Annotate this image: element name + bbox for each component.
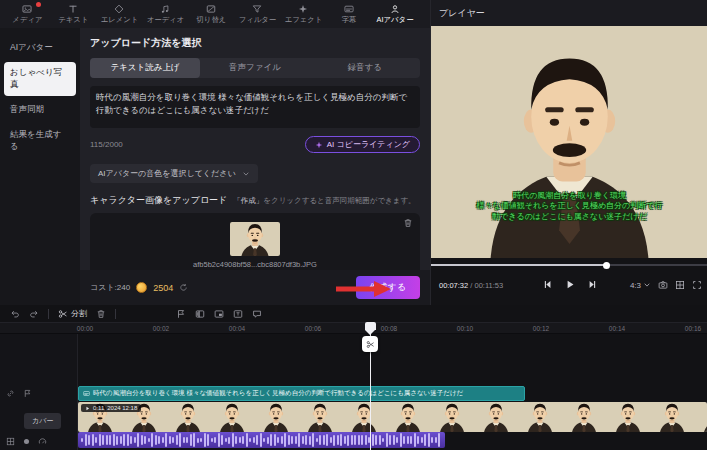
tab-ai-avatar[interactable]: AIアバター [372, 0, 418, 28]
waveform-bar [106, 435, 108, 445]
next-frame-icon[interactable] [586, 279, 597, 290]
link-icon[interactable] [6, 389, 15, 398]
tab-text-label: テキスト [58, 15, 88, 23]
voice-select-dropdown[interactable]: AIアバターの音色を選択してください [90, 164, 258, 183]
textarea-meta-row: 115/2000 AI コピーライティング [90, 136, 420, 153]
waveform-bar [403, 436, 405, 444]
tab-audio[interactable]: オーディオ [142, 0, 188, 28]
speech-bubble-icon[interactable] [252, 309, 262, 319]
filter-icon [252, 4, 262, 14]
tab-ai-avatar-label: AIアバター [377, 15, 414, 23]
record-icon[interactable] [22, 437, 31, 446]
audio-clip[interactable] [78, 432, 445, 448]
waveform-bar [354, 435, 356, 444]
video-preview[interactable]: 時代の風潮自分を取り巻く環境 様々な価値観それらを正しく見極め自分の判断で行 動… [431, 26, 707, 258]
fullscreen-icon[interactable] [692, 280, 702, 290]
transition-icon [206, 4, 216, 14]
marker-icon[interactable] [176, 309, 186, 319]
player-controls: 00:07:32 / 00:11:53 4:3 [431, 271, 707, 303]
pip-icon[interactable] [214, 309, 224, 319]
ruler-label: 00:08 [381, 325, 397, 332]
waveform-bar [365, 435, 367, 445]
waveform-bar [158, 436, 160, 443]
waveform-bar [361, 435, 363, 446]
waveform-bar [340, 434, 342, 445]
time-ruler[interactable]: 00:00 00:02 00:04 00:06 00:08 00:10 00:1… [0, 322, 707, 334]
subtitle-clip[interactable]: 時代の風潮自分を取り巻く環境 様々な価値観それらを正しく見極め自分の判断で行動で… [78, 386, 525, 401]
portrait-thumbnail-art [230, 222, 280, 256]
redo-icon[interactable] [29, 309, 39, 319]
split-button[interactable]: 分割 [58, 308, 87, 319]
sidebar-item-lip-sync[interactable]: 音声同期 [4, 99, 76, 121]
waveform-bar [393, 435, 395, 444]
play-icon[interactable] [564, 279, 575, 290]
tab-record[interactable]: 録音する [310, 58, 420, 78]
video-frame-thumbnail [254, 402, 298, 432]
grid-icon[interactable] [675, 280, 685, 290]
tab-media[interactable]: メディア [4, 0, 50, 28]
gauge-icon[interactable] [38, 437, 47, 446]
tab-subtitles[interactable]: 字幕 [326, 0, 372, 28]
tab-text-to-speech[interactable]: テキスト読み上げ [90, 58, 200, 78]
waveform-bar [382, 438, 384, 442]
playhead-handle[interactable] [365, 322, 376, 330]
waveform-bar [127, 434, 129, 446]
delete-clip-icon[interactable] [96, 309, 106, 319]
sidebar-item-generate-results[interactable]: 結果を生成する [4, 124, 76, 158]
waveform-bar [379, 435, 381, 445]
ai-copywriting-button[interactable]: AI コピーライティング [305, 136, 420, 153]
previous-frame-icon[interactable] [542, 279, 553, 290]
upload-note-link: 「作成」 [233, 196, 263, 205]
waveform-bar [295, 436, 297, 444]
tab-audio-label: オーディオ [146, 15, 183, 23]
waveform-bar [263, 438, 265, 443]
waveform-bar [123, 434, 125, 446]
waveform-bar [438, 433, 440, 447]
script-textarea[interactable]: 時代の風潮自分を取り巻く環境 様々な価値観それらを正しく見極め自分の判断で行動で… [90, 86, 420, 128]
tab-element[interactable]: エレメント [96, 0, 142, 28]
text-box-icon[interactable] [233, 309, 243, 319]
input-method-tabs: テキスト読み上げ 音声ファイル 録音する [90, 58, 420, 78]
flag-icon[interactable] [23, 389, 32, 398]
waveform-bar [239, 437, 241, 442]
grid-icon[interactable] [6, 437, 15, 446]
portrait-illustration [431, 26, 707, 258]
waveform-bar [141, 435, 143, 445]
upload-note: 「作成」をクリックすると音声同期範囲ができます。 [233, 196, 415, 206]
mask-icon[interactable] [195, 309, 205, 319]
waveform-bar [221, 435, 223, 445]
undo-icon[interactable] [10, 309, 20, 319]
create-button[interactable]: 作成する [356, 276, 420, 299]
aspect-ratio-select[interactable]: 4:3 [630, 281, 651, 290]
tab-effects[interactable]: エフェクト [280, 0, 326, 28]
video-clip-badge: 0:11 2024 12:18 [81, 404, 141, 412]
seek-knob[interactable] [603, 262, 610, 269]
video-clip-date: 2024 12:18 [107, 405, 137, 411]
sidebar-item-ai-avatar[interactable]: AIアバター [4, 37, 76, 59]
tab-audio-file[interactable]: 音声ファイル [200, 58, 310, 78]
tab-filter[interactable]: フィルター [234, 0, 280, 28]
subtitles-icon [344, 4, 354, 14]
waveform-bar [162, 437, 164, 444]
waveform-bar [410, 436, 412, 445]
waveform-bar [288, 435, 290, 445]
sparkle-icon [315, 141, 323, 149]
sidebar-item-talking-photo[interactable]: おしゃべり写真 [4, 62, 76, 96]
cover-button[interactable]: カバー [24, 413, 61, 429]
waveform-bar [389, 435, 391, 444]
char-count: 115/2000 [90, 140, 123, 149]
tab-text[interactable]: テキスト [50, 0, 96, 28]
waveform-bar [120, 436, 122, 444]
waveform-bar [151, 433, 153, 447]
playhead-cut-button[interactable] [362, 336, 378, 352]
timeline-toolbar: 分割 [0, 305, 707, 322]
delete-image-icon[interactable] [403, 218, 413, 228]
refresh-credits-icon[interactable] [179, 283, 188, 292]
tab-transition[interactable]: 切り替え [188, 0, 234, 28]
seek-bar[interactable] [431, 261, 707, 269]
video-clip[interactable] [78, 402, 707, 432]
uploaded-image-thumbnail [230, 222, 280, 256]
character-image-upload-box[interactable]: afb5b2c4908bf58...cbc8807df3b.JPG [90, 213, 420, 277]
waveform-bar [207, 434, 209, 446]
snapshot-camera-icon[interactable] [658, 280, 668, 290]
